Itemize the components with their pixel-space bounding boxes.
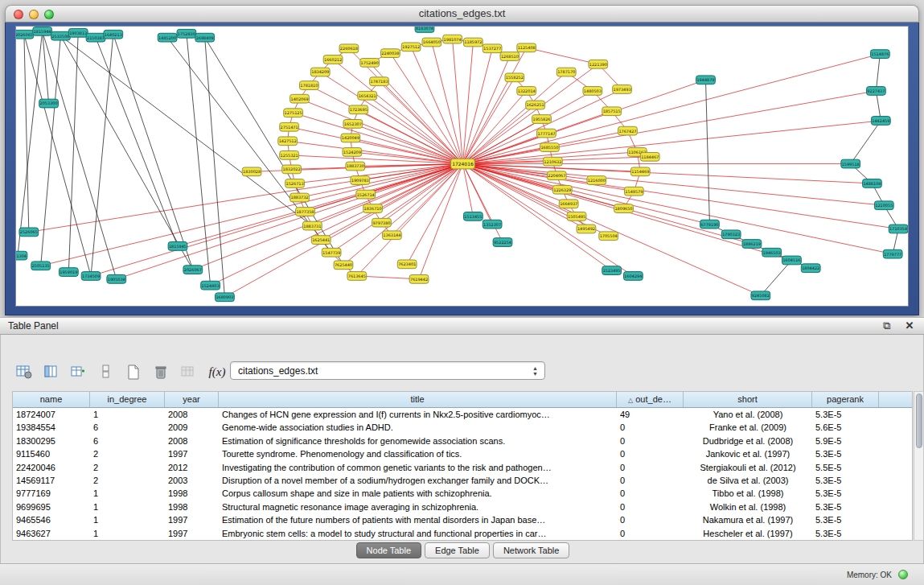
graph-node[interactable]: 1524803 (201, 281, 220, 290)
graph-node[interactable]: 1883732 (290, 193, 310, 202)
graph-node[interactable]: 1944879 (696, 76, 716, 84)
graph-node[interactable]: 1524209 (343, 148, 362, 157)
graph-node[interactable]: 1558252 (505, 73, 524, 82)
graph-node[interactable]: 1734509 (81, 272, 101, 281)
graph-node[interactable]: 1705504 (599, 232, 618, 241)
table-row[interactable]: 946362711997Embryonic stem cells: a mode… (13, 527, 912, 540)
graph-node[interactable]: 1485200 (158, 33, 177, 42)
table-row[interactable]: 946554611997Estimation of the future num… (13, 513, 912, 526)
graph-node[interactable]: 6779190 (700, 220, 720, 229)
graph-node[interactable]: 1210632 (543, 157, 562, 166)
graph-node[interactable]: 8183074 (415, 27, 434, 32)
graph-node[interactable]: 2260618 (339, 44, 359, 53)
graph-node[interactable]: 1903813 (68, 28, 88, 37)
graph-node[interactable]: 1275125 (284, 109, 303, 117)
graph-node[interactable]: 1905034 (107, 274, 126, 283)
table-select-dropdown[interactable]: citations_edges.txt ▲▼ (230, 361, 545, 380)
graph-node[interactable]: 1767427 (618, 126, 638, 135)
graph-node[interactable]: 1268510 (500, 52, 519, 61)
graph-node[interactable]: 1685550 (540, 143, 560, 152)
graph-node[interactable]: 1724016 (451, 159, 475, 169)
graph-node[interactable]: 1221390 (589, 60, 608, 68)
graph-node[interactable]: 2026065 (16, 30, 34, 39)
graph-node[interactable]: 1526713 (285, 179, 305, 188)
graph-node[interactable]: 1832022 (282, 165, 302, 174)
show-column-button[interactable] (39, 361, 64, 382)
graph-node[interactable]: 1514876 (870, 50, 889, 59)
tab-node-table[interactable]: Node Table (356, 542, 421, 558)
graph-node[interactable]: 1402069 (290, 94, 310, 103)
graph-node[interactable]: 2526065 (19, 228, 39, 237)
graph-node[interactable]: 1836710 (363, 204, 383, 213)
graph-node[interactable]: 1526714 (356, 190, 376, 199)
graph-node[interactable]: 1184467 (640, 152, 659, 161)
graph-node[interactable]: 1877358 (296, 208, 315, 216)
graph-node[interactable]: 1664050 (422, 38, 441, 47)
graph-node[interactable]: 9797380 (372, 218, 392, 227)
table-row[interactable]: 2242004622012Investigating the contribut… (13, 461, 912, 474)
graph-node[interactable]: 1322014 (517, 87, 536, 96)
graph-node[interactable]: 1809650 (614, 204, 634, 213)
graph-node[interactable]: 1495492 (577, 225, 596, 233)
graph-node[interactable]: 1660212 (323, 56, 343, 64)
graph-node[interactable]: 1352307 (483, 220, 502, 229)
graph-node[interactable]: 1747183 (370, 77, 389, 86)
graph-node[interactable]: 7623401 (397, 260, 417, 269)
graph-node[interactable]: 1804422 (801, 264, 820, 273)
graph-node[interactable]: 1604516 (782, 256, 802, 265)
graph-node[interactable]: 1488104 (863, 179, 882, 188)
graph-node[interactable]: 1537277 (483, 44, 502, 53)
graph-node[interactable]: 1955826 (532, 115, 552, 124)
graph-node[interactable]: 1125408 (517, 43, 536, 52)
graph-node[interactable]: 9227437 (867, 87, 886, 96)
table-scrollbar[interactable] (914, 391, 924, 541)
graph-node[interactable]: 2026067 (183, 266, 203, 274)
graph-node[interactable]: 9245082 (751, 291, 770, 300)
rows-button[interactable] (94, 361, 118, 382)
column-header-in_degree[interactable]: in_degree (90, 392, 165, 407)
graph-node[interactable]: 1946503 (762, 248, 782, 257)
graph-node[interactable]: 1815944 (33, 27, 52, 35)
zoom-window-button[interactable] (44, 10, 54, 19)
graph-node[interactable]: 7619442 (409, 274, 429, 283)
graph-node[interactable]: 1973493 (613, 85, 632, 94)
graph-node[interactable]: 1779777 (883, 249, 902, 258)
graph-node[interactable]: 1883731 (302, 221, 322, 230)
graph-node[interactable]: 1216000 (587, 176, 606, 185)
graph-node[interactable]: 1752830 (177, 29, 196, 38)
table-row[interactable]: 1872400712008Changes of HCN gene express… (13, 408, 912, 421)
table-row[interactable]: 977716911998Corpus callosum shape and si… (13, 487, 912, 500)
graph-node[interactable]: 2053300 (39, 99, 59, 108)
graph-node[interactable]: 1723695 (349, 105, 368, 114)
table-row[interactable]: 1830029562008Estimation of significance … (13, 435, 912, 447)
graph-node[interactable]: 1640213 (104, 30, 123, 39)
graph-node[interactable]: 1815945 (168, 242, 187, 251)
graph-node[interactable]: 1886219 (742, 240, 762, 249)
close-panel-icon[interactable]: ✕ (903, 319, 916, 332)
graph-node[interactable]: 2751471 (280, 122, 299, 131)
column-header-pagerank[interactable]: pagerank (812, 392, 879, 407)
graph-node[interactable]: 1226329 (552, 185, 572, 194)
table-row[interactable]: 1938455462009Genome-wide association stu… (13, 421, 912, 434)
window-titlebar[interactable]: citations_edges.txt (5, 5, 919, 23)
graph-node[interactable]: 1210055 (874, 201, 893, 210)
minimize-window-button[interactable] (29, 10, 39, 19)
graph-node[interactable]: 1523495 (602, 266, 622, 275)
graph-node[interactable]: 1881304 (16, 251, 27, 260)
graph-node[interactable]: 1959019 (59, 268, 78, 277)
graph-node[interactable]: 2505135 (31, 262, 51, 270)
graph-node[interactable]: 1834209 (310, 68, 330, 76)
graph-node[interactable]: 1698409 (195, 33, 215, 42)
graph-node[interactable]: 1185972 (463, 38, 483, 47)
graph-node[interactable]: 1830028 (242, 167, 261, 176)
function-builder-button[interactable]: f(x) (203, 365, 231, 379)
graph-node[interactable]: 1513455 (463, 212, 483, 221)
column-header-title[interactable]: title (219, 392, 617, 407)
graph-node[interactable]: 1790323 (721, 230, 741, 239)
graph-node[interactable]: 1626251 (526, 101, 545, 109)
graph-node[interactable]: 1604294 (624, 272, 643, 281)
tab-network-table[interactable]: Network Table (493, 542, 570, 558)
graph-node[interactable]: 1909783 (351, 176, 370, 185)
graph-node[interactable]: 1255321 (280, 150, 299, 159)
table-row[interactable]: 969969511998Structural magnetic resonanc… (13, 501, 912, 513)
